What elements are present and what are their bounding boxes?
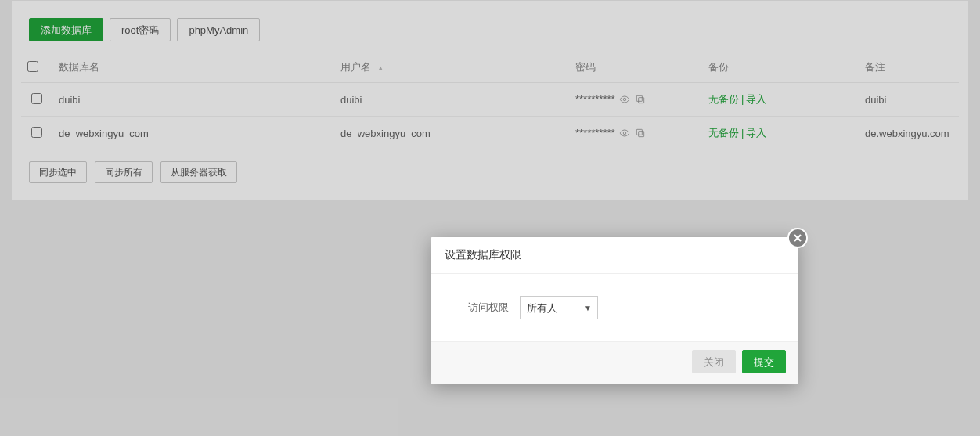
access-permission-label: 访问权限 [449,301,520,315]
dialog-submit-button[interactable]: 提交 [742,350,786,373]
access-permission-select[interactable]: 所有人 [520,296,598,319]
dialog-close-button[interactable]: 关闭 [692,350,736,373]
permission-dialog: 设置数据库权限 访问权限 所有人 ▼ 关闭 提交 [431,237,798,384]
close-icon[interactable] [787,228,808,248]
dialog-title: 设置数据库权限 [431,237,798,274]
